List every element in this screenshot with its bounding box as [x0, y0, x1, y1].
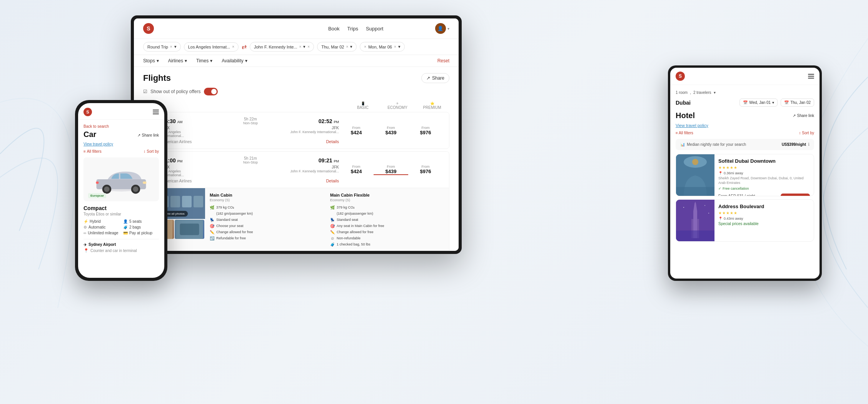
cabin-baggage: 🧳 1 checked bag, 50 lbs — [330, 242, 444, 247]
h2-star-1: ★ — [718, 211, 722, 215]
reset-filters[interactable]: Reset — [437, 58, 449, 63]
cabin-seat-1: 💺 Standard seat — [210, 217, 324, 222]
laptop-nav-avatar[interactable]: 👤 — [435, 23, 446, 34]
nav-book[interactable]: Book — [328, 26, 340, 32]
dest-x2[interactable]: × — [307, 45, 310, 49]
svg-rect-30 — [676, 230, 714, 241]
hotel-all-filters[interactable]: ≡ All filters — [676, 131, 693, 135]
trip-type-pill[interactable]: Round Trip × ▾ — [143, 42, 181, 52]
cabin-co2-1: 🌿 379 kg CO₂ — [210, 205, 324, 210]
laptop-content: Flights ↗ Share ☑ Show out of policy off… — [134, 67, 459, 251]
date1-close[interactable]: × — [346, 45, 349, 49]
svg-rect-20 — [143, 182, 146, 184]
filter-stops[interactable]: Stops ▾ — [143, 58, 159, 63]
flight-2-time-info: 01:00 PM 5h 21m Non-Stop 09:21 PM — [162, 156, 339, 183]
bags-icon: 🧳 — [123, 225, 128, 229]
date1-pill[interactable]: Thu, Mar 02 × ▾ — [317, 42, 357, 52]
flight-2-economy-price[interactable]: From $439 — [374, 165, 408, 175]
svg-point-29 — [708, 213, 709, 214]
tablet-hamburger-line-1 — [808, 74, 814, 75]
travelers-dropdown[interactable]: ▾ — [714, 90, 716, 95]
photo-thumb-2 — [175, 220, 204, 239]
phone-sort-by[interactable]: ↕ Sort by — [144, 149, 159, 154]
cabin-any-seat: 🎯 Any seat in Main Cabin for free — [330, 224, 444, 228]
swap-arrow[interactable]: ⇄ — [242, 43, 247, 50]
date2-close[interactable]: × — [394, 45, 396, 49]
cabin-co2-detail-1: (182 gm/passenger km) — [210, 211, 324, 216]
hotel-travel-policy[interactable]: View travel policy — [676, 123, 814, 128]
hotel-1-distance: 📍 0.36mi away — [718, 171, 810, 175]
avatar-dropdown[interactable]: ▾ — [447, 27, 449, 31]
phone-share-btn[interactable]: ↗ Share link — [137, 133, 159, 137]
svg-point-24 — [692, 159, 698, 165]
policy-toggle-switch[interactable] — [204, 88, 218, 95]
phone-section-title: Car — [83, 130, 96, 139]
hotel-share-btn[interactable]: ↗ Share link — [793, 114, 814, 118]
phone-share-icon: ↗ — [137, 133, 140, 137]
flight-1-premium-price[interactable]: From $976 — [408, 126, 443, 135]
hotel-1-view-rooms[interactable]: View rooms — [781, 194, 810, 196]
date2-pill[interactable]: × Mon, Mar 06 × ▾ — [360, 42, 404, 52]
median-price-bar: 📊 Median nightly rate for your search US… — [676, 139, 814, 150]
flight-1-prices: From $424 From $439 From $976 — [339, 126, 443, 135]
flight-row-1: AA 06:30 AM 5h 22m Non-Stop — [143, 112, 449, 149]
destination-pill[interactable]: John F. Kennedy Inte... × ▾ × — [250, 42, 314, 52]
hotel-location[interactable]: Dubai — [676, 100, 736, 106]
checkin-date[interactable]: 📅 Wed, Jan 01 ▾ — [739, 98, 778, 107]
cabin-change-1: ✏️ Change allowed for free — [210, 230, 324, 234]
filter-airlines[interactable]: Airlines ▾ — [168, 58, 187, 63]
hamburger-line-1 — [153, 110, 159, 110]
nav-trips[interactable]: Trips — [347, 26, 358, 32]
laptop-nav-logo: S — [143, 23, 154, 34]
laptop-screen: S Book Trips Support 👤 ▾ Round Trip × ▾ … — [134, 18, 459, 251]
filter-times[interactable]: Times ▾ — [196, 58, 212, 63]
flight-1-economy-price[interactable]: From $439 — [374, 126, 408, 135]
change-icon-2: ✏️ — [330, 230, 335, 234]
flight-2-premium-price[interactable]: From $976 — [408, 165, 443, 175]
flight-1-basic-price[interactable]: From $424 — [339, 126, 374, 135]
hamburger-menu[interactable] — [153, 110, 159, 114]
flight-2-details[interactable]: Details — [326, 179, 339, 183]
h2-star-3: ★ — [726, 211, 729, 215]
hotel-2-image — [676, 200, 714, 241]
tablet-hamburger-menu[interactable] — [808, 74, 814, 78]
col-headers: 📱 BASIC ✈ ECONOMY ⭐ PREMIUM — [143, 100, 449, 111]
flight-2-arrive: 09:21 PM — [319, 157, 339, 164]
co2-icon-1: 🌿 — [210, 205, 214, 210]
cabin-refund-1: ↩️ Refundable for free — [210, 236, 324, 240]
phone-all-filters[interactable]: ≡ All filters — [83, 149, 102, 154]
nav-support[interactable]: Support — [366, 26, 384, 32]
car-feature-hybrid: ⚡ Hybrid — [83, 219, 119, 224]
share-button[interactable]: ↗ Share — [421, 73, 449, 83]
any-seat-icon: 🎯 — [330, 224, 335, 228]
svg-point-27 — [683, 207, 684, 208]
hotel-sort-by[interactable]: ↕ Sort by — [799, 131, 814, 135]
phone-nav: S — [78, 103, 164, 120]
flight-2-times: 01:00 PM 5h 21m Non-Stop 09:21 PM — [162, 156, 339, 164]
cabin-flex-subtitle: Economy (S) — [330, 198, 444, 202]
flight-1-times: 06:30 AM 5h 22m Non-Stop 02:52 PM — [162, 117, 339, 125]
hotel-2-special-price[interactable]: Special prices available — [718, 222, 810, 226]
back-to-search[interactable]: Back to search — [83, 124, 159, 129]
dest-close[interactable]: × — [299, 45, 302, 49]
car-feature-bags: 🧳 2 bags — [123, 225, 159, 229]
hotel-filter-row: ≡ All filters ↕ Sort by — [676, 131, 814, 135]
checkout-date[interactable]: 📅 Thu, Jan 02 — [781, 98, 814, 107]
car-features: ⚡ Hybrid 👤 5 seats ⚙ Automatic 🧳 2 bags … — [83, 219, 159, 235]
cabin-main-title: Main Cabin — [210, 193, 324, 197]
flight-1-airports: LAX Los Angeles International... JFK Joh… — [162, 126, 339, 138]
flight-2-basic-price[interactable]: From $424 — [339, 165, 374, 175]
origin-pill[interactable]: Los Angeles Internat... × — [184, 42, 239, 52]
origin-close[interactable]: × — [232, 45, 234, 49]
flight-1-details[interactable]: Details — [326, 139, 339, 144]
flight-2-dest: JFK John F. Kennedy International... — [290, 165, 339, 177]
laptop-nav: S Book Trips Support 👤 ▾ — [134, 18, 459, 39]
phone-travel-policy[interactable]: View travel policy — [83, 142, 159, 146]
phone-content: Back to search Car ↗ Share link View tra… — [78, 120, 164, 278]
flight-2-prices: From $424 From $439 From $976 — [339, 165, 443, 175]
filter-availability[interactable]: Availability ▾ — [222, 58, 247, 63]
date2-x[interactable]: × — [364, 45, 366, 49]
trip-type-close[interactable]: × — [170, 45, 172, 49]
tablet-hamburger-line-2 — [808, 76, 814, 77]
refund-icon-1: ↩️ — [210, 236, 214, 240]
